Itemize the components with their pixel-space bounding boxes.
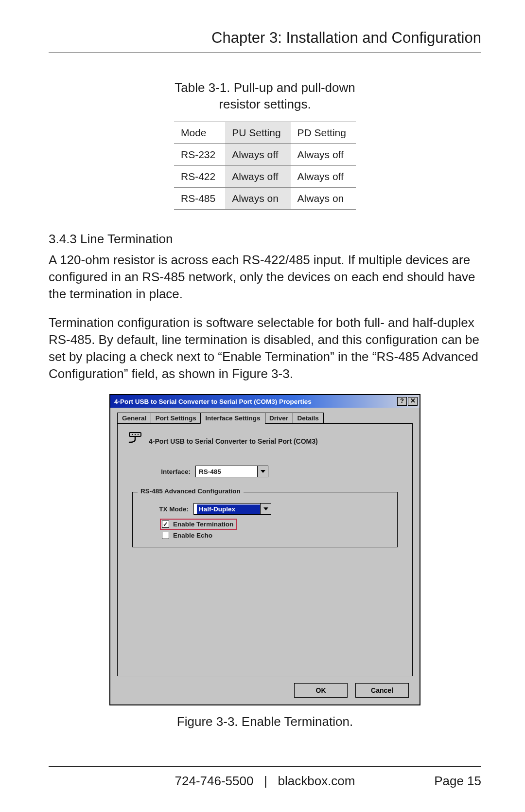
cell-pd: Always on [291, 187, 356, 209]
col-pu-header: PU Setting [225, 122, 290, 144]
device-label: 4-Port USB to Serial Converter to Serial… [149, 437, 318, 445]
table-caption-line1: Table 3-1. Pull-up and pull-down [175, 80, 355, 95]
ok-button[interactable]: OK [294, 683, 348, 698]
cell-pu: Always off [225, 144, 290, 165]
table-caption: Table 3-1. Pull-up and pull-down resisto… [49, 80, 481, 113]
table-row: RS-422 Always off Always off [174, 165, 356, 187]
figure-caption: Figure 3-3. Enable Termination. [49, 714, 481, 729]
tab-general[interactable]: General [117, 413, 151, 423]
interface-value: RS-485 [199, 468, 221, 475]
cell-pu: Always off [225, 165, 290, 187]
page-footer: 724-746-5500 | blackbox.com Page 15 [49, 766, 481, 789]
chevron-down-icon [260, 504, 271, 514]
chevron-down-icon [257, 466, 268, 477]
tab-port-settings[interactable]: Port Settings [151, 413, 201, 423]
paragraph: Termination configuration is software se… [49, 314, 481, 382]
tab-strip: General Port Settings Interface Settings… [117, 413, 413, 423]
enable-echo-checkbox[interactable] [162, 532, 169, 539]
page-number: Page 15 [408, 774, 481, 789]
enable-termination-checkbox[interactable]: ✓ [162, 521, 169, 528]
resistor-settings-table: Mode PU Setting PD Setting RS-232 Always… [174, 122, 356, 210]
paragraph: A 120-ohm resistor is across each RS-422… [49, 252, 481, 303]
close-button[interactable]: ✕ [408, 397, 418, 406]
cell-mode: RS-485 [174, 187, 225, 209]
section-heading: 3.4.3 Line Termination [49, 232, 481, 247]
col-pd-header: PD Setting [291, 122, 356, 144]
tab-panel: 4-Port USB to Serial Converter to Serial… [117, 423, 413, 676]
svg-point-2 [135, 434, 136, 435]
footer-site: blackbox.com [278, 774, 355, 788]
interface-combo[interactable]: RS-485 [195, 466, 268, 477]
help-button[interactable]: ? [397, 397, 407, 406]
enable-termination-row[interactable]: ✓ Enable Termination [161, 520, 236, 529]
chapter-title: Chapter 3: Installation and Configuratio… [49, 29, 481, 53]
tx-mode-combo[interactable]: Half-Duplex [193, 503, 271, 515]
svg-point-1 [132, 434, 133, 435]
tab-interface-settings[interactable]: Interface Settings [200, 413, 265, 424]
cell-mode: RS-422 [174, 165, 225, 187]
properties-dialog: 4-Port USB to Serial Converter to Serial… [109, 394, 420, 705]
rs485-advanced-fieldset: RS-485 Advanced Configuration TX Mode: H… [132, 492, 398, 547]
interface-label: Interface: [152, 468, 191, 475]
table-row: RS-485 Always on Always on [174, 187, 356, 209]
tab-driver[interactable]: Driver [264, 413, 293, 423]
cell-pu: Always on [225, 187, 290, 209]
tab-details[interactable]: Details [293, 413, 324, 423]
tx-mode-label: TX Mode: [152, 505, 189, 513]
serial-port-icon [127, 432, 143, 451]
table-caption-line2: resistor settings. [219, 97, 311, 111]
tx-mode-value: Half-Duplex [197, 505, 260, 514]
fieldset-legend: RS-485 Advanced Configuration [138, 487, 244, 495]
col-mode-header: Mode [174, 122, 225, 144]
dialog-titlebar: 4-Port USB to Serial Converter to Serial… [110, 395, 420, 408]
cancel-button[interactable]: Cancel [355, 683, 409, 698]
cell-pd: Always off [291, 165, 356, 187]
footer-separator: | [264, 774, 267, 788]
svg-point-3 [138, 434, 139, 435]
dialog-title: 4-Port USB to Serial Converter to Serial… [114, 398, 397, 405]
table-row: RS-232 Always off Always off [174, 144, 356, 165]
footer-phone: 724-746-5500 [175, 774, 254, 788]
enable-termination-label: Enable Termination [173, 521, 233, 528]
cell-pd: Always off [291, 144, 356, 165]
enable-echo-label: Enable Echo [173, 532, 212, 539]
cell-mode: RS-232 [174, 144, 225, 165]
enable-echo-row[interactable]: Enable Echo [162, 532, 387, 539]
